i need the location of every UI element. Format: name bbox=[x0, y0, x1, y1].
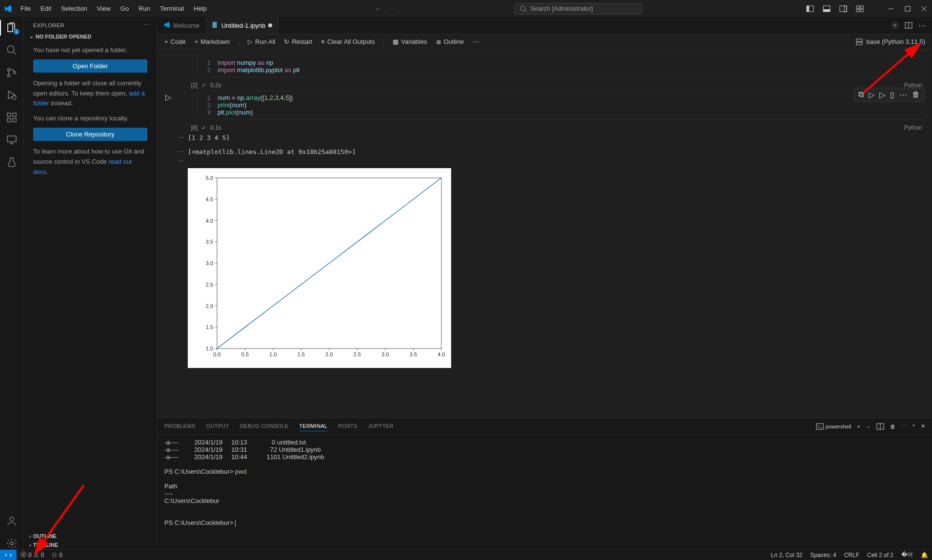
customize-layout-icon[interactable] bbox=[856, 5, 864, 13]
output-more-icon[interactable]: ⋯ bbox=[163, 134, 188, 141]
toolbar-more-icon[interactable]: ⋯ bbox=[473, 38, 479, 45]
editor-tabs: WelcomeUntitled-1.ipynb ⋯ bbox=[158, 17, 932, 34]
execute-cell-icon[interactable]: ▷ bbox=[869, 90, 874, 99]
clone-message: You can clone a repository locally. bbox=[33, 114, 147, 124]
add-code-button[interactable]: +Code bbox=[164, 38, 186, 45]
terminal-dropdown-icon[interactable]: ⌄ bbox=[866, 423, 871, 429]
split-editor-icon[interactable] bbox=[905, 21, 912, 29]
layout-sidebar-right-icon[interactable] bbox=[839, 5, 847, 13]
delete-cell-icon[interactable]: 🗑 bbox=[912, 90, 920, 99]
run-all-button[interactable]: ▷Run All bbox=[248, 38, 275, 45]
variables-button[interactable]: ▦Variables bbox=[393, 38, 427, 45]
minimize-icon[interactable] bbox=[887, 5, 895, 13]
feedback-icon[interactable]: �머 bbox=[897, 551, 917, 559]
source-control-icon[interactable] bbox=[6, 67, 18, 78]
check-icon: ✓ bbox=[201, 82, 206, 89]
svg-text:0.0: 0.0 bbox=[213, 351, 220, 357]
notifications-icon[interactable]: 🔔 bbox=[917, 551, 932, 559]
panel-tab-output[interactable]: OUTPUT bbox=[206, 421, 229, 431]
svg-text:1.5: 1.5 bbox=[206, 324, 213, 330]
ports-status[interactable]: ⚇0 bbox=[48, 552, 66, 559]
sidebar-title: EXPLORER bbox=[33, 22, 64, 28]
svg-text:2.0: 2.0 bbox=[325, 351, 333, 357]
panel-tab-debug-console[interactable]: DEBUG CONSOLE bbox=[240, 421, 289, 431]
run-debug-icon[interactable] bbox=[6, 89, 18, 101]
sidebar-more-icon[interactable]: ⋯ bbox=[144, 22, 150, 28]
kill-terminal-icon[interactable]: 🗑 bbox=[890, 424, 895, 429]
layout-panel-icon[interactable] bbox=[823, 5, 831, 13]
maximize-panel-icon[interactable]: ^ bbox=[912, 424, 915, 429]
outline-button[interactable]: ≣Outline bbox=[436, 38, 464, 45]
menu-run[interactable]: Run bbox=[135, 3, 154, 14]
menu-file[interactable]: File bbox=[17, 3, 35, 14]
svg-rect-24 bbox=[13, 118, 16, 122]
panel-more-icon[interactable]: ⋯ bbox=[901, 423, 907, 429]
run-cell-icon[interactable]: ▷ bbox=[163, 91, 173, 119]
editor-tab[interactable]: Untitled-1.ipynb bbox=[206, 17, 278, 34]
nav-back-icon[interactable]: ← bbox=[375, 5, 381, 12]
cell-more-icon[interactable]: ⋯ bbox=[899, 90, 907, 99]
menu-terminal[interactable]: Terminal bbox=[156, 3, 188, 14]
add-markdown-button[interactable]: +Markdown bbox=[195, 38, 230, 45]
code-cell[interactable]: 1import numpy as np2import matplotlib.py… bbox=[158, 56, 932, 77]
menu-edit[interactable]: Edit bbox=[37, 3, 55, 14]
close-panel-icon[interactable]: ✕ bbox=[921, 423, 925, 429]
clone-repository-button[interactable]: Clone Repository bbox=[33, 128, 147, 141]
split-cell-icon[interactable]: ▯ bbox=[890, 90, 894, 99]
problems-status[interactable]: ⓧ0 ⚠0 bbox=[17, 551, 48, 559]
new-terminal-icon[interactable]: + bbox=[857, 424, 860, 429]
split-terminal-icon[interactable] bbox=[876, 423, 884, 430]
menu-selection[interactable]: Selection bbox=[57, 3, 91, 14]
execute-above-icon[interactable]: ▷ bbox=[879, 90, 885, 99]
svg-rect-31 bbox=[213, 21, 217, 27]
outline-section-header[interactable]: ›OUTLINE bbox=[23, 532, 157, 541]
open-folder-button[interactable]: Open Folder bbox=[33, 59, 147, 73]
maximize-icon[interactable] bbox=[904, 5, 912, 13]
panel-tab-terminal[interactable]: TERMINAL bbox=[299, 421, 327, 431]
no-folder-message: You have not yet opened a folder. bbox=[33, 45, 147, 56]
cell-position[interactable]: Cell 2 of 2 bbox=[863, 551, 897, 559]
tab-more-icon[interactable]: ⋯ bbox=[918, 21, 926, 30]
run-by-line-icon[interactable]: ⧉ bbox=[858, 90, 864, 99]
timeline-section-header[interactable]: ›TIMELINE bbox=[23, 541, 157, 549]
kernel-selector[interactable]: base (Python 3.11.5) bbox=[855, 38, 925, 46]
panel-tab-problems[interactable]: PROBLEMS bbox=[164, 421, 196, 431]
nav-forward-icon[interactable]: → bbox=[388, 5, 394, 12]
svg-text:2.5: 2.5 bbox=[206, 282, 213, 288]
menu-go[interactable]: Go bbox=[117, 3, 133, 14]
terminal-profile[interactable]: powershell bbox=[816, 423, 852, 430]
extensions-icon[interactable] bbox=[6, 112, 18, 123]
layout-sidebar-left-icon[interactable] bbox=[806, 5, 814, 13]
svg-rect-36 bbox=[856, 42, 862, 45]
output-more-icon[interactable]: ⋯ bbox=[163, 157, 188, 164]
svg-text:4.0: 4.0 bbox=[206, 218, 213, 224]
code-cell[interactable]: ▷ 1num = np.array([1,2,3,4,5])2print(num… bbox=[158, 91, 932, 119]
manage-gear-icon[interactable] bbox=[6, 538, 18, 549]
panel-tab-ports[interactable]: PORTS bbox=[338, 421, 357, 431]
menu-view[interactable]: View bbox=[93, 3, 115, 14]
close-icon[interactable] bbox=[920, 5, 928, 13]
indentation-status[interactable]: Spaces: 4 bbox=[806, 551, 840, 559]
explorer-icon[interactable]: 1 bbox=[6, 22, 18, 34]
terminal-content[interactable]: -a---- 2024/1/19 10:13 0 untitled.txt-a-… bbox=[158, 435, 932, 549]
remote-explorer-icon[interactable] bbox=[6, 134, 18, 146]
restart-button[interactable]: ↻Restart bbox=[284, 38, 312, 45]
ports-icon: ⚇ bbox=[52, 552, 57, 559]
notebook-settings-icon[interactable] bbox=[891, 21, 899, 29]
testing-icon[interactable] bbox=[6, 156, 18, 168]
output-more-icon[interactable]: ⋯ bbox=[163, 148, 188, 155]
sidebar-section-header[interactable]: ⌄ NO FOLDER OPENED bbox=[23, 31, 157, 41]
accounts-icon[interactable] bbox=[6, 515, 18, 527]
eol-status[interactable]: CRLF bbox=[840, 551, 863, 559]
panel-tab-jupyter[interactable]: JUPYTER bbox=[368, 421, 394, 431]
editor-tab[interactable]: Welcome bbox=[158, 17, 206, 34]
cursor-position[interactable]: Ln 2, Col 32 bbox=[767, 551, 807, 559]
server-icon bbox=[855, 38, 863, 46]
search-activity-icon[interactable] bbox=[6, 44, 18, 56]
command-center-search[interactable]: Search [Administrator] bbox=[514, 3, 642, 15]
svg-text:1.5: 1.5 bbox=[297, 351, 305, 357]
cell-language[interactable]: Python bbox=[904, 124, 932, 131]
menu-help[interactable]: Help bbox=[190, 3, 211, 14]
remote-indicator[interactable] bbox=[0, 550, 17, 560]
clear-all-outputs-button[interactable]: ≡Clear All Outputs bbox=[321, 38, 375, 45]
